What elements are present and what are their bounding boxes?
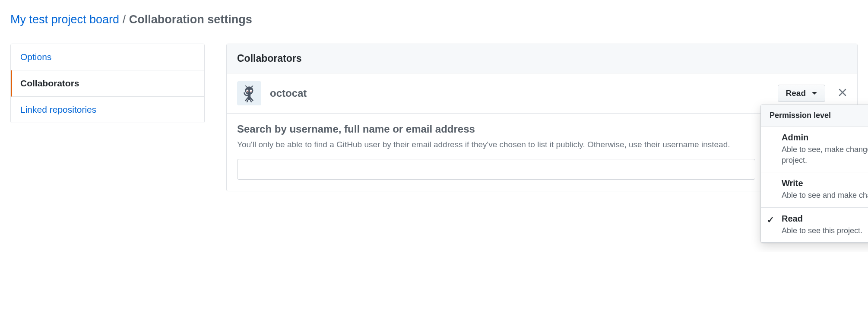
sidebar-item-label: Collaborators xyxy=(20,78,79,88)
panel-title: Collaborators xyxy=(227,44,857,73)
permission-current-label: Read xyxy=(786,89,806,98)
search-row: Add collaborator xyxy=(237,159,847,180)
settings-sidebar: Options Collaborators Linked repositorie… xyxy=(10,44,205,123)
breadcrumb-project-link[interactable]: My test project board xyxy=(10,13,119,26)
dropdown-item-desc: Able to see, make changes to, and add ne… xyxy=(782,144,868,166)
search-input[interactable] xyxy=(237,159,755,180)
breadcrumb: My test project board / Collaboration se… xyxy=(0,9,868,35)
dropdown-header: Permission level xyxy=(761,105,868,127)
permission-select: Read Permission level Admin Able to see,… xyxy=(778,85,825,102)
layout-container: Options Collaborators Linked repositorie… xyxy=(0,35,868,191)
permission-dropdown-menu: Permission level Admin Able to see, make… xyxy=(760,105,868,243)
breadcrumb-current: Collaboration settings xyxy=(129,13,252,26)
dropdown-item-admin[interactable]: Admin Able to see, make changes to, and … xyxy=(761,127,868,172)
dropdown-item-title: Write xyxy=(782,178,868,188)
search-title: Search by username, full name or email a… xyxy=(237,123,847,135)
main-content: Collaborators xyxy=(226,44,858,191)
collaborator-username: octocat xyxy=(270,87,307,99)
dropdown-item-write[interactable]: Write Able to see and make changes to th… xyxy=(761,172,868,207)
sidebar-item-linked-repositories[interactable]: Linked repositories xyxy=(11,97,204,123)
svg-point-0 xyxy=(245,86,253,95)
svg-point-3 xyxy=(247,91,248,92)
dropdown-item-desc: Able to see this project. xyxy=(782,225,868,236)
collaborators-panel: Collaborators xyxy=(226,44,858,191)
collaborator-row: octocat Read Permission level Admin Able… xyxy=(227,73,857,114)
caret-down-icon xyxy=(812,92,817,95)
check-icon: ✓ xyxy=(767,215,774,225)
breadcrumb-separator: / xyxy=(123,13,126,26)
dropdown-item-title: Admin xyxy=(782,133,868,143)
search-description: You'll only be able to find a GitHub use… xyxy=(237,139,847,151)
sidebar-item-options[interactable]: Options xyxy=(11,44,204,70)
sidebar-item-label: Linked repositories xyxy=(20,105,96,114)
footer-divider xyxy=(0,252,868,252)
close-icon xyxy=(838,88,847,97)
dropdown-item-desc: Able to see and make changes to this pro… xyxy=(782,190,868,201)
avatar xyxy=(237,81,261,105)
svg-point-4 xyxy=(250,91,251,92)
sidebar-item-label: Options xyxy=(20,52,51,62)
svg-rect-5 xyxy=(248,94,250,100)
permission-dropdown-button[interactable]: Read xyxy=(778,85,825,102)
octocat-icon xyxy=(240,84,258,102)
dropdown-item-read[interactable]: ✓ Read Able to see this project. xyxy=(761,208,868,242)
dropdown-item-title: Read xyxy=(782,214,868,224)
remove-collaborator-button[interactable] xyxy=(825,87,847,99)
sidebar-item-collaborators[interactable]: Collaborators xyxy=(11,70,204,97)
